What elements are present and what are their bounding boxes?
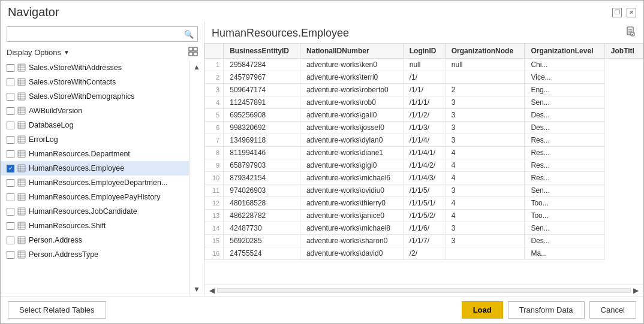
main-content: 🔍 Display Options ▼ bbox=[1, 22, 643, 296]
table-cell: /1/1/1/ bbox=[403, 96, 445, 109]
col-header: OrganizationNode bbox=[445, 44, 525, 59]
table-cell: Ma... bbox=[525, 247, 604, 260]
nav-item[interactable]: Sales.vStoreWithAddresses bbox=[1, 60, 189, 75]
table-cell: 245797967 bbox=[224, 71, 300, 84]
table-cell: 2 bbox=[205, 71, 224, 84]
nav-item-label: HumanResources.EmployeePayHistory bbox=[29, 193, 161, 201]
nav-item-checkbox[interactable] bbox=[7, 136, 14, 144]
table-cell: Sen... bbox=[525, 184, 604, 197]
table-cell: Res... bbox=[525, 134, 604, 147]
scroll-right-button[interactable]: ▶ bbox=[633, 286, 639, 295]
table-icon bbox=[17, 221, 26, 231]
col-header: NationalIDNumber bbox=[300, 44, 403, 59]
table-icon bbox=[17, 135, 26, 144]
scroll-down-button[interactable]: ▼ bbox=[189, 284, 204, 295]
display-options-arrow: ▼ bbox=[64, 49, 70, 56]
table-cell: 9 bbox=[205, 159, 224, 172]
nav-item-checkbox[interactable] bbox=[7, 237, 14, 244]
search-bar: 🔍 bbox=[7, 26, 198, 42]
svg-rect-78 bbox=[631, 32, 634, 36]
nav-item[interactable]: Person.AddressType bbox=[1, 247, 189, 262]
nav-item[interactable]: HumanResources.JobCandidate bbox=[1, 204, 189, 219]
table-cell: adventure-works\ovidiu0 bbox=[300, 184, 403, 197]
table-cell: /1/1/4/ bbox=[403, 134, 445, 147]
select-related-tables-button[interactable]: Select Related Tables bbox=[8, 301, 106, 319]
nav-item[interactable]: DatabaseLog bbox=[1, 118, 189, 132]
transform-data-button[interactable]: Transform Data bbox=[508, 301, 585, 319]
nav-item-label: DatabaseLog bbox=[29, 121, 73, 129]
table-cell: 3 bbox=[445, 235, 525, 247]
load-button[interactable]: Load bbox=[462, 301, 503, 319]
nav-item-checkbox[interactable] bbox=[7, 122, 14, 129]
scroll-left-button[interactable]: ◀ bbox=[209, 286, 215, 295]
table-cell: 3 bbox=[445, 122, 525, 134]
nav-item[interactable]: HumanResources.Shift bbox=[1, 219, 189, 233]
table-cell: 3 bbox=[205, 84, 224, 96]
table-cell: 3 bbox=[445, 96, 525, 109]
table-icon bbox=[17, 63, 26, 72]
table-cell: adventure-works\rob0 bbox=[300, 96, 403, 109]
table-row: 11974026903adventure-works\ovidiu0/1/1/5… bbox=[205, 184, 643, 197]
table-cell: /1/ bbox=[403, 71, 445, 84]
table-cell: 1 bbox=[205, 59, 224, 71]
view-toggle-button[interactable] bbox=[188, 47, 198, 58]
table-cell: adventure-works\dylan0 bbox=[300, 134, 403, 147]
cancel-button[interactable]: Cancel bbox=[589, 301, 636, 319]
table-container[interactable]: BusinessEntityIDNationalIDNumberLoginIDO… bbox=[204, 43, 643, 284]
table-cell: /1/1/ bbox=[403, 84, 445, 96]
table-cell: 4 bbox=[445, 147, 525, 159]
nav-item[interactable]: Sales.vStoreWithDemographics bbox=[1, 89, 189, 104]
table-cell: Sen... bbox=[525, 96, 604, 109]
close-button[interactable]: ✕ bbox=[627, 8, 636, 17]
table-cell: 295847284 bbox=[224, 59, 300, 71]
table-cell: 998320692 bbox=[224, 122, 300, 134]
table-cell: 12 bbox=[205, 197, 224, 210]
nav-item[interactable]: HumanResources.Employee bbox=[1, 161, 189, 175]
nav-item[interactable]: HumanResources.Department bbox=[1, 147, 189, 161]
table-cell bbox=[445, 71, 525, 84]
nav-item[interactable]: Sales.vStoreWithContacts bbox=[1, 75, 189, 89]
nav-item[interactable]: ErrorLog bbox=[1, 132, 189, 147]
scroll-track[interactable] bbox=[217, 288, 631, 293]
nav-item-checkbox[interactable] bbox=[7, 150, 14, 158]
nav-item-checkbox[interactable] bbox=[7, 179, 14, 187]
nav-item-checkbox[interactable] bbox=[7, 93, 14, 101]
left-panel: 🔍 Display Options ▼ bbox=[1, 22, 204, 296]
nav-item[interactable]: HumanResources.EmployeeDepartmen... bbox=[1, 175, 189, 190]
table-cell: 811994146 bbox=[224, 147, 300, 159]
table-cell: 11 bbox=[205, 184, 224, 197]
nav-item-label: HumanResources.Shift bbox=[29, 222, 106, 230]
table-cell: 13 bbox=[205, 210, 224, 222]
table-cell: adventure-works\michael6 bbox=[300, 172, 403, 184]
search-input[interactable] bbox=[7, 28, 180, 41]
restore-button[interactable]: ❐ bbox=[612, 8, 622, 17]
nav-item[interactable]: Person.Address bbox=[1, 233, 189, 247]
nav-item-checkbox[interactable] bbox=[7, 64, 14, 72]
nav-item-checkbox[interactable] bbox=[7, 78, 14, 86]
search-button[interactable]: 🔍 bbox=[180, 27, 197, 41]
nav-item-checkbox[interactable] bbox=[7, 251, 14, 259]
table-cell: /1/1/5/ bbox=[403, 184, 445, 197]
table-cell: Res... bbox=[525, 147, 604, 159]
nav-item-checkbox[interactable] bbox=[7, 193, 14, 201]
preview-options-button[interactable] bbox=[625, 26, 636, 40]
table-cell: Des... bbox=[525, 235, 604, 247]
table-cell: Des... bbox=[525, 122, 604, 134]
display-options-button[interactable]: Display Options ▼ bbox=[7, 48, 70, 57]
scroll-up-button[interactable]: ▲ bbox=[189, 62, 204, 72]
table-row: 4112457891adventure-works\rob0/1/1/1/3Se… bbox=[205, 96, 643, 109]
nav-item[interactable]: AWBuildVersion bbox=[1, 104, 189, 118]
nav-item-checkbox[interactable] bbox=[7, 165, 14, 172]
table-row: 9658797903adventure-works\gigi0/1/1/4/2/… bbox=[205, 159, 643, 172]
table-row: 2245797967adventure-works\terri0/1/Vice.… bbox=[205, 71, 643, 84]
table-cell: 4 bbox=[445, 197, 525, 210]
nav-item-checkbox[interactable] bbox=[7, 222, 14, 230]
table-cell: adventure-works\gail0 bbox=[300, 109, 403, 122]
table-icon bbox=[17, 163, 26, 173]
nav-item-checkbox[interactable] bbox=[7, 208, 14, 216]
data-table: BusinessEntityIDNationalIDNumberLoginIDO… bbox=[204, 43, 643, 260]
nav-item-checkbox[interactable] bbox=[7, 107, 14, 115]
table-row: 1442487730adventure-works\michael8/1/1/6… bbox=[205, 222, 643, 235]
table-cell: 480168528 bbox=[224, 197, 300, 210]
nav-item[interactable]: HumanResources.EmployeePayHistory bbox=[1, 190, 189, 204]
